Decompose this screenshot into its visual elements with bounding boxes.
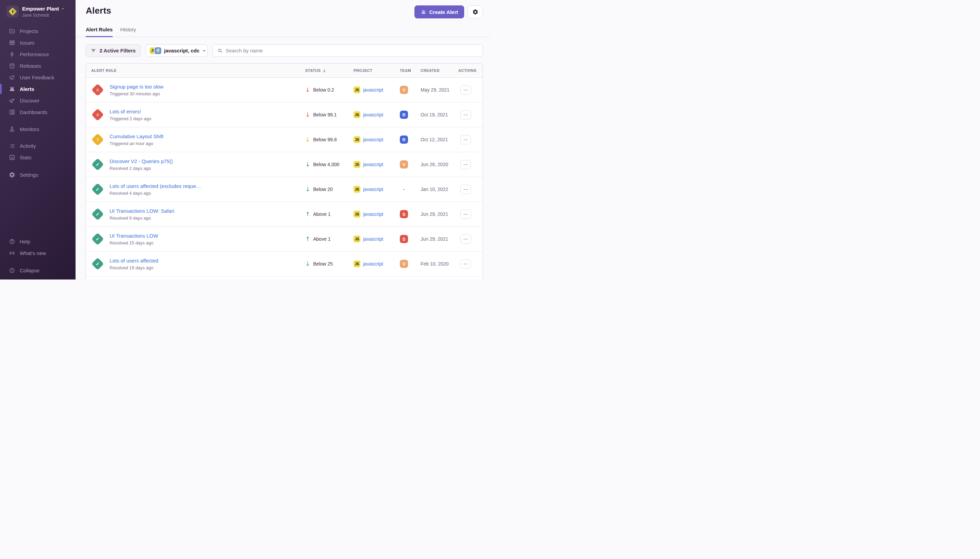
fire-critical-icon xyxy=(91,108,104,121)
status-cell: ↑ Above 1 xyxy=(305,212,353,217)
alert-rule-subtitle: Resolved 9 days ago xyxy=(110,215,174,221)
row-actions-button[interactable] xyxy=(460,135,471,144)
sidebar-item-label: Dashboards xyxy=(20,109,47,115)
search-icon xyxy=(217,48,223,53)
active-filters-button[interactable]: 2 Active Filters xyxy=(86,44,140,57)
chevron-down-icon xyxy=(202,49,206,53)
project-link[interactable]: javascript xyxy=(363,137,383,142)
sidebar-item-help[interactable]: Help xyxy=(0,236,76,247)
search-input[interactable] xyxy=(226,48,478,53)
sidebar-item-settings[interactable]: Settings xyxy=(0,169,76,180)
alert-rule-subtitle: Triggered 30 minutes ago xyxy=(110,91,163,96)
table-row: ✓ Lots of users affected (excludes reque… xyxy=(86,177,482,202)
tab-history[interactable]: History xyxy=(120,26,136,37)
sidebar-nav-monitors: Monitors xyxy=(0,123,76,135)
tab-bar: Alert Rules History xyxy=(86,26,483,37)
column-header-status[interactable]: STATUS ↓ xyxy=(305,68,353,73)
row-actions-button[interactable] xyxy=(460,235,471,244)
team-avatar: V xyxy=(400,260,408,268)
sidebar-item-discover[interactable]: Discover xyxy=(0,95,76,106)
row-actions-button[interactable] xyxy=(460,110,471,119)
alert-rule-link[interactable]: Lots of errors! xyxy=(110,109,151,114)
project-link[interactable]: javascript xyxy=(363,112,383,117)
tab-alert-rules[interactable]: Alert Rules xyxy=(86,26,113,37)
org-switcher[interactable]: Empower Plant Jane Schmidt xyxy=(0,0,76,18)
sidebar-item-projects[interactable]: Projects xyxy=(0,25,76,37)
row-actions-button[interactable] xyxy=(460,185,471,194)
sidebar-nav-settings: Settings xyxy=(0,169,76,180)
table-header: ALERT RULE STATUS ↓ PROJECT TEAM CREATED… xyxy=(86,64,482,78)
sidebar-item-stats[interactable]: Stats xyxy=(0,152,76,163)
project-selector[interactable]: JS javascript, cdc xyxy=(146,44,208,57)
sidebar-item-label: Help xyxy=(20,239,30,245)
table-row: Lots of errors! Triggered 2 days ago ↓ B… xyxy=(86,103,482,127)
alert-rule-link[interactable]: Cumulative Layout Shift xyxy=(110,134,163,139)
sidebar-item-dashboards[interactable]: Dashboards xyxy=(0,106,76,118)
search-field xyxy=(213,44,483,57)
row-actions-button[interactable] xyxy=(460,86,471,95)
javascript-platform-icon: JS xyxy=(353,260,360,267)
team-avatar: R xyxy=(400,136,408,144)
javascript-platform-icon: JS xyxy=(353,236,360,242)
broadcast-icon xyxy=(9,250,15,256)
alert-rule-subtitle: Triggered an hour ago xyxy=(110,141,163,146)
column-header-alert-rule: ALERT RULE xyxy=(91,68,305,73)
alerts-settings-button[interactable] xyxy=(467,5,483,18)
app-window: Empower Plant Jane Schmidt Projects Issu… xyxy=(0,0,490,280)
project-link[interactable]: javascript xyxy=(363,87,383,93)
alert-rule-link[interactable]: Discover V2 - Queries p75() xyxy=(110,158,173,164)
alert-rule-link[interactable]: Lots of users affected (excludes reque… xyxy=(110,183,201,189)
sidebar-item-releases[interactable]: Releases xyxy=(0,60,76,71)
sidebar-item-activity[interactable]: Activity xyxy=(0,140,76,152)
trend-down-icon: ↓ xyxy=(305,187,310,192)
created-date: Jan 10, 2022 xyxy=(421,187,459,192)
sidebar-item-user-feedback[interactable]: User Feedback xyxy=(0,71,76,83)
sidebar-nav-activity: Activity Stats xyxy=(0,140,76,163)
project-link[interactable]: javascript xyxy=(363,162,383,167)
resolved-check-icon: ✓ xyxy=(91,183,104,196)
team-avatar: S xyxy=(400,210,408,218)
sidebar-item-monitors[interactable]: Monitors xyxy=(0,123,76,135)
table-row: ✓ UI Transactions LOW: Safari Resolved 9… xyxy=(86,202,482,227)
org-logo xyxy=(7,5,19,18)
activity-list-icon xyxy=(9,143,15,149)
sidebar-item-label: Activity xyxy=(20,143,36,149)
row-actions-button[interactable] xyxy=(460,260,471,269)
created-date: Feb 10, 2020 xyxy=(421,261,459,266)
sidebar-item-whats-new[interactable]: What's new xyxy=(0,247,76,259)
sidebar-item-issues[interactable]: Issues xyxy=(0,37,76,48)
row-actions-button[interactable] xyxy=(460,160,471,169)
sidebar-item-label: Projects xyxy=(20,28,38,34)
user-name: Jane Schmidt xyxy=(22,13,64,18)
sidebar-item-label: Issues xyxy=(20,40,35,46)
status-cell: ↓ Below 0.2 xyxy=(305,87,353,93)
trend-up-icon: ↑ xyxy=(305,236,310,242)
trend-down-icon: ↓ xyxy=(305,137,310,143)
project-link[interactable]: javascript xyxy=(363,261,383,266)
sidebar-item-label: Monitors xyxy=(20,126,40,132)
python-platform-icon xyxy=(155,47,161,54)
table-row: ✓ UI Transactions LOW Resolved 15 days a… xyxy=(86,227,482,251)
create-alert-button[interactable]: Create Alert xyxy=(414,5,464,18)
alert-rule-link[interactable]: UI Transactions LOW xyxy=(110,233,158,239)
project-link[interactable]: javascript xyxy=(363,187,383,192)
alert-rule-link[interactable]: UI Transactions LOW: Safari xyxy=(110,208,174,214)
alert-rule-link[interactable]: Lots of users affected xyxy=(110,258,158,263)
team-avatar: R xyxy=(400,111,408,119)
sidebar-item-performance[interactable]: Performance xyxy=(0,48,76,60)
sidebar-footer: Help What's new Collapse xyxy=(0,236,76,280)
alert-rule-link[interactable]: Signup page is too slow xyxy=(110,84,163,89)
row-actions-button[interactable] xyxy=(460,210,471,219)
sidebar-item-label: Collapse xyxy=(20,268,40,273)
siren-icon xyxy=(421,9,426,15)
page-title: Alerts xyxy=(86,5,111,16)
sidebar-item-label: User Feedback xyxy=(20,74,54,80)
project-link[interactable]: javascript xyxy=(363,236,383,242)
resolved-check-icon: ✓ xyxy=(91,158,104,171)
javascript-platform-icon: JS xyxy=(353,161,360,168)
project-link[interactable]: javascript xyxy=(363,212,383,217)
sidebar-item-alerts[interactable]: Alerts xyxy=(0,83,76,95)
sidebar-item-collapse[interactable]: Collapse xyxy=(0,265,76,276)
sidebar-item-label: What's new xyxy=(20,250,46,256)
status-cell: ↓ Below 4,000 xyxy=(305,162,353,167)
